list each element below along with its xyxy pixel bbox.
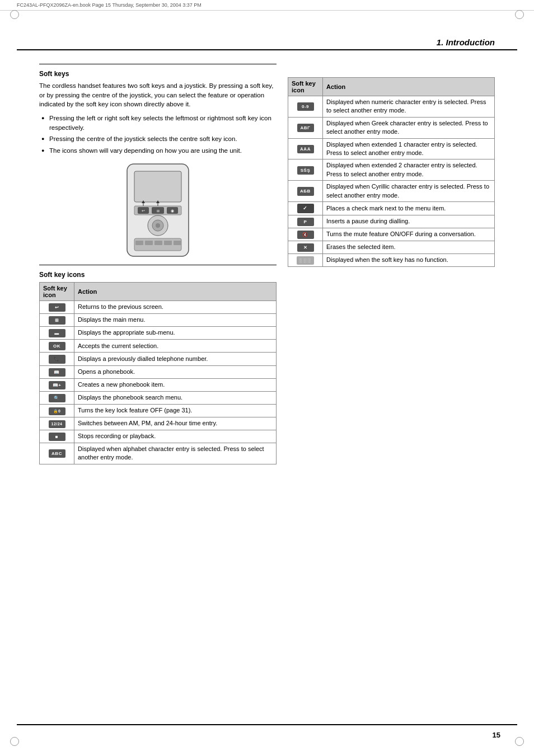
icon-ok: OK <box>49 342 65 350</box>
table-row: ABΓ Displayed when Greek character entry… <box>288 117 495 138</box>
table-cell-action: Switches between AM, PM, and 24-hour tim… <box>74 417 277 430</box>
svg-rect-19 <box>154 241 162 245</box>
table-cell-action: Displayed when Greek character entry is … <box>323 117 495 138</box>
table-row: ÄÄÄ Displayed when extended 1 character … <box>288 138 495 159</box>
table-header-icon-left: Soft key icon <box>40 282 74 300</box>
table-row: 12/24 Switches between AM, PM, and 24-ho… <box>40 417 277 430</box>
bullet-list: Pressing the left or right soft key sele… <box>41 114 277 156</box>
table-row: 🔇 Turns the mute feature ON/OFF during a… <box>288 228 495 241</box>
icon-no-function: ░░░ <box>297 256 314 265</box>
main-content: Soft keys The cordless handset features … <box>17 50 517 473</box>
corner-mark-tl <box>10 10 19 19</box>
icon-checkmark: ✓ <box>297 204 314 213</box>
soft-key-icons-table-left: Soft key icon Action ↩ Returns to the pr… <box>39 282 277 464</box>
soft-key-icons-title: Soft key icons <box>39 271 277 279</box>
table-cell-action: Opens a phonebook. <box>74 365 277 378</box>
table-row: 🔒0 Turns the key lock feature OFF (page … <box>40 405 277 417</box>
icon-stop: ■ <box>49 433 65 441</box>
svg-rect-17 <box>135 241 143 245</box>
table-row: 📖+ Creates a new phonebook item. <box>40 378 277 391</box>
icon-erase: ✕ <box>297 243 314 252</box>
svg-text:◉: ◉ <box>171 209 174 213</box>
icon-keylock: 🔒0 <box>49 407 65 415</box>
icon-search: 🔍 <box>49 394 65 402</box>
table-cell-action: Inserts a pause during dialling. <box>323 215 495 228</box>
table-header-action-left: Action <box>74 282 277 300</box>
table-cell-action: Displays a previously dialled telephone … <box>74 353 277 365</box>
table-cell-action: Displayed when extended 1 character entr… <box>323 138 495 159</box>
soft-keys-body: The cordless handset features two soft k… <box>39 81 277 109</box>
svg-text:⊞: ⊞ <box>157 209 160 213</box>
table-header-action-right: Action <box>323 78 495 96</box>
right-column: Soft key icon Action 0-9 Displayed when … <box>288 59 495 464</box>
table-cell-action: Returns to the previous screen. <box>74 300 277 313</box>
corner-mark-bl <box>10 737 19 746</box>
table-row: ✕ Erases the selected item. <box>288 241 495 253</box>
table-cell-action: Displays the main menu. <box>74 313 277 326</box>
corner-mark-br <box>515 737 524 746</box>
icon-extended1: ÄÄÄ <box>297 145 314 153</box>
table-row: 📖 Opens a phonebook. <box>40 365 277 378</box>
table-row: АБВ Displayed when Cyrillic character en… <box>288 181 495 202</box>
corner-mark-tr <box>515 10 524 19</box>
svg-rect-1 <box>134 171 181 202</box>
soft-key-icons-table-right: Soft key icon Action 0-9 Displayed when … <box>288 77 495 267</box>
icon-abc: ABC <box>49 449 65 458</box>
table-cell-action: Displays the appropriate sub-menu. <box>74 327 277 340</box>
table-cell-action: Displayed when Cyrillic character entry … <box>323 181 495 202</box>
table-row: P Inserts a pause during dialling. <box>288 215 495 228</box>
icon-back: ↩ <box>49 303 65 312</box>
table-cell-action: Turns the mute feature ON/OFF during a c… <box>323 228 495 241</box>
soft-keys-title: Soft keys <box>39 70 277 78</box>
icon-submenu: ▬ <box>49 329 65 337</box>
table-row: ABC Displayed when alphabet character en… <box>40 443 277 464</box>
table-row: ■ Stops recording or playback. <box>40 430 277 443</box>
page-header: 1. Introduction <box>17 33 517 50</box>
bullet-item-2: Pressing the centre of the joystick sele… <box>41 134 277 144</box>
svg-text:↩: ↩ <box>142 209 145 213</box>
table-cell-action: Erases the selected item. <box>323 241 495 253</box>
table-row: ✓ Places a check mark next to the menu i… <box>288 201 495 215</box>
table-row: OK Accepts the current selection. <box>40 340 277 353</box>
icon-new-phonebook: 📖+ <box>49 381 65 389</box>
page-title: 1. Introduction <box>437 37 495 47</box>
table-row: ▬ Displays the appropriate sub-menu. <box>40 327 277 340</box>
left-column: Soft keys The cordless handset features … <box>39 59 277 464</box>
bullet-item-3: The icons shown will vary depending on h… <box>41 146 277 156</box>
icon-numeric: 0-9 <box>297 102 314 111</box>
table-cell-action: Displayed when numeric character entry i… <box>323 96 495 118</box>
table-row: ░░░ Displayed when the soft key has no f… <box>288 254 495 267</box>
table-cell-action: Stops recording or playback. <box>74 430 277 443</box>
bullet-item-1: Pressing the left or right soft key sele… <box>41 114 277 132</box>
table-cell-action: Accepts the current selection. <box>74 340 277 353</box>
table-cell-action: Displayed when alphabet character entry … <box>74 443 277 464</box>
divider-top-left <box>39 64 277 64</box>
table-cell-action: Displays the phonebook search menu. <box>74 392 277 405</box>
svg-rect-18 <box>145 241 153 245</box>
icon-mute: 🔇 <box>297 231 314 239</box>
table-row: ↩ Returns to the previous screen. <box>40 300 277 313</box>
table-header-icon-right: Soft key icon <box>288 78 323 96</box>
table-row: SŜŞ Displayed when extended 2 character … <box>288 159 495 181</box>
icon-dial: 📞 <box>49 355 65 363</box>
svg-rect-20 <box>164 241 172 245</box>
phone-illustration: ↩ ⊞ ◉ <box>96 161 219 259</box>
icon-greek: ABΓ <box>297 124 314 132</box>
icon-menu: ⊞ <box>49 316 65 325</box>
table-cell-action: Displayed when extended 2 character entr… <box>323 159 495 181</box>
icon-pause: P <box>297 218 314 226</box>
table-row: 📞 Displays a previously dialled telephon… <box>40 353 277 365</box>
table-cell-action: Displayed when the soft key has no funct… <box>323 254 495 267</box>
page-number: 15 <box>493 731 500 739</box>
file-info: FC243AL-PFQX2096ZA-en.book Page 15 Thurs… <box>0 0 534 11</box>
icon-cyrillic: АБВ <box>297 187 314 195</box>
svg-point-15 <box>156 223 160 228</box>
table-row: ⊞ Displays the main menu. <box>40 313 277 326</box>
table-row: 0-9 Displayed when numeric character ent… <box>288 96 495 118</box>
icon-extended2: SŜŞ <box>297 166 314 175</box>
table-cell-action: Turns the key lock feature OFF (page 31)… <box>74 405 277 417</box>
icon-phonebook: 📖 <box>49 368 65 377</box>
table-cell-action: Places a check mark next to the menu ite… <box>323 201 495 215</box>
table-cell-action: Creates a new phonebook item. <box>74 378 277 391</box>
icon-time: 12/24 <box>49 420 65 428</box>
